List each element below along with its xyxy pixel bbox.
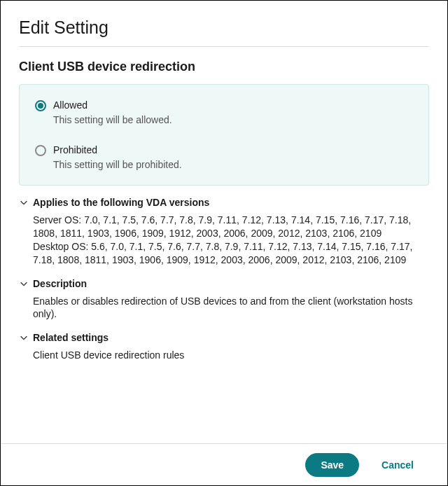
dialog-title: Edit Setting <box>19 18 429 38</box>
radio-prohibited[interactable]: Prohibited This setting will be prohibit… <box>35 144 413 172</box>
section-description: Description Enables or disables redirect… <box>19 278 429 321</box>
vda-desktop-os: Desktop OS: 5.6, 7.0, 7.1, 7.5, 7.6, 7.7… <box>33 240 429 267</box>
section-vda-title: Applies to the following VDA versions <box>33 197 209 208</box>
section-vda-header[interactable]: Applies to the following VDA versions <box>19 197 429 208</box>
divider <box>19 46 429 47</box>
radio-allowed-control[interactable] <box>35 100 46 111</box>
setting-name: Client USB device redirection <box>19 60 429 74</box>
options-group: Allowed This setting will be allowed. Pr… <box>19 84 429 186</box>
related-body: Client USB device redirection rules <box>33 349 429 362</box>
radio-prohibited-sub: This setting will be prohibited. <box>53 158 182 172</box>
radio-prohibited-control[interactable] <box>35 145 46 156</box>
save-button[interactable]: Save <box>305 453 359 477</box>
radio-prohibited-label: Prohibited <box>53 144 182 157</box>
description-body: Enables or disables redirection of USB d… <box>33 295 429 321</box>
dialog-footer: Save Cancel <box>1 443 447 485</box>
section-description-title: Description <box>33 278 87 289</box>
chevron-down-icon <box>19 333 29 342</box>
section-related: Related settings Client USB device redir… <box>19 332 429 362</box>
section-vda: Applies to the following VDA versions Se… <box>19 197 429 267</box>
radio-allowed-label: Allowed <box>53 99 172 112</box>
section-related-title: Related settings <box>33 332 108 343</box>
radio-allowed[interactable]: Allowed This setting will be allowed. <box>35 99 413 127</box>
section-related-header[interactable]: Related settings <box>19 332 429 343</box>
chevron-down-icon <box>19 279 29 289</box>
chevron-down-icon <box>19 197 29 207</box>
radio-allowed-sub: This setting will be allowed. <box>53 113 172 127</box>
cancel-button[interactable]: Cancel <box>366 453 429 477</box>
section-description-header[interactable]: Description <box>19 278 429 289</box>
vda-server-os: Server OS: 7.0, 7.1, 7.5, 7.6, 7.7, 7.8,… <box>33 214 429 240</box>
